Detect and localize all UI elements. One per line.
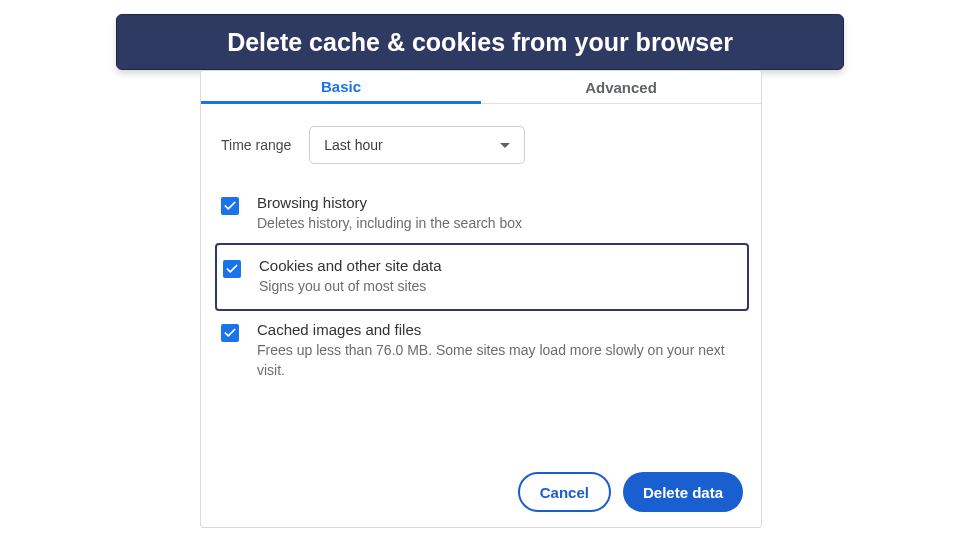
delete-data-button[interactable]: Delete data <box>623 472 743 512</box>
option-title: Cookies and other site data <box>259 257 739 274</box>
cancel-button-label: Cancel <box>540 484 589 501</box>
checkbox-browsing-history[interactable] <box>221 197 239 215</box>
option-cookies: Cookies and other site data Signs you ou… <box>215 243 749 310</box>
instruction-banner-text: Delete cache & cookies from your browser <box>227 28 733 57</box>
option-cached-files: Cached images and files Frees up less th… <box>221 311 741 391</box>
option-text: Browsing history Deletes history, includ… <box>257 194 737 233</box>
option-browsing-history: Browsing history Deletes history, includ… <box>221 184 741 243</box>
delete-data-button-label: Delete data <box>643 484 723 501</box>
tab-basic-label: Basic <box>321 78 361 95</box>
option-text: Cached images and files Frees up less th… <box>257 321 737 381</box>
check-icon <box>223 326 237 340</box>
dialog-body: Time range Last hour Browsing history De… <box>201 104 761 457</box>
cancel-button[interactable]: Cancel <box>518 472 611 512</box>
dialog-footer: Cancel Delete data <box>201 457 761 527</box>
dropdown-caret-icon <box>500 143 510 148</box>
option-title: Browsing history <box>257 194 737 211</box>
option-title: Cached images and files <box>257 321 737 338</box>
option-desc: Frees up less than 76.0 MB. Some sites m… <box>257 340 737 381</box>
clear-browsing-data-dialog: Basic Advanced Time range Last hour Brow… <box>200 70 762 528</box>
time-range-row: Time range Last hour <box>221 126 741 164</box>
option-desc: Signs you out of most sites <box>259 276 739 296</box>
time-range-label: Time range <box>221 137 291 153</box>
check-icon <box>223 199 237 213</box>
tabs: Basic Advanced <box>201 71 761 104</box>
option-desc: Deletes history, including in the search… <box>257 213 737 233</box>
check-icon <box>225 262 239 276</box>
option-text: Cookies and other site data Signs you ou… <box>259 257 739 296</box>
tab-advanced-label: Advanced <box>585 79 657 96</box>
time-range-value: Last hour <box>324 137 382 153</box>
checkbox-cached-files[interactable] <box>221 324 239 342</box>
time-range-select[interactable]: Last hour <box>309 126 525 164</box>
checkbox-cookies[interactable] <box>223 260 241 278</box>
tab-basic[interactable]: Basic <box>201 71 481 104</box>
instruction-banner: Delete cache & cookies from your browser <box>116 14 844 70</box>
tab-advanced[interactable]: Advanced <box>481 71 761 104</box>
